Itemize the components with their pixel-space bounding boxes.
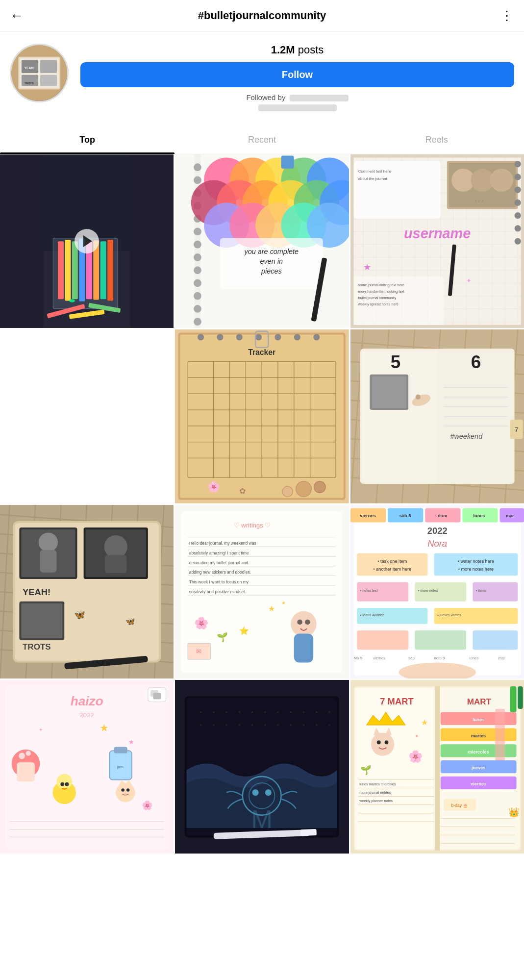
svg-text:decorating my bullet journal a: decorating my bullet journal and [189,560,249,565]
svg-text:• notes text: • notes text [360,588,377,593]
svg-text:viernes: viernes [373,656,385,660]
svg-rect-207 [21,603,62,638]
grid-item-6[interactable]: YEAH! 🦋 🦋 TROTS [0,505,174,678]
svg-point-329 [277,724,279,726]
svg-point-123 [313,334,320,341]
svg-point-319 [290,711,292,713]
svg-point-33 [194,253,201,261]
svg-text:2022: 2022 [80,711,94,719]
svg-point-122 [294,334,300,341]
svg-text:#weekend: #weekend [450,432,483,440]
svg-point-112 [514,225,521,231]
svg-text:★: ★ [421,718,428,727]
grid-item-3[interactable]: ♪ ♪ ♪ Comment text here about the journa… [350,154,524,328]
svg-point-32 [194,241,201,249]
svg-point-288 [56,774,72,789]
grid-item-1[interactable] [0,154,174,328]
svg-text:Tracker: Tracker [248,349,275,357]
svg-point-203 [104,535,127,558]
grid-item-11[interactable]: 7 MART MART 🌸 🌱 ★ ✦ [350,680,524,854]
svg-rect-377 [495,709,505,760]
svg-text:TROTS: TROTS [23,642,51,652]
svg-text:🌱: 🌱 [360,764,371,776]
svg-text:• task one item: • task one item [377,559,407,564]
svg-rect-14 [72,241,78,299]
svg-point-317 [264,711,266,713]
svg-text:lunes: lunes [473,717,484,722]
grid-item-5[interactable]: 5 6 7 #weekend [350,329,524,503]
svg-point-119 [236,334,243,341]
svg-text:haizo: haizo [71,694,103,709]
svg-point-320 [303,711,305,713]
svg-text:some journal writing text here: some journal writing text here [358,283,404,287]
svg-point-26 [194,163,201,171]
followed-by: Followed by [80,93,514,111]
svg-point-325 [225,724,227,726]
svg-point-323 [200,724,202,726]
svg-text:🌸: 🌸 [207,480,221,493]
svg-text:• more notes: • more notes [418,588,438,593]
svg-text:jam: jam [117,765,124,769]
grid-item-7[interactable]: ♡ writings ♡ Hello dear journal, my week… [175,505,349,678]
svg-point-120 [255,334,262,341]
svg-rect-308 [153,693,161,699]
svg-point-289 [60,782,64,786]
svg-point-330 [290,724,292,726]
grid-item-2[interactable]: you are complete even in pieces [175,154,349,328]
svg-point-328 [264,724,266,726]
svg-point-110 [514,200,521,206]
svg-text:★: ★ [128,738,134,746]
grid-item-9[interactable]: haizo 2022 jam ★ ★ [0,680,174,854]
svg-point-331 [303,724,305,726]
tab-recent[interactable]: Recent [175,126,349,154]
svg-text:lunes: lunes [469,656,478,660]
svg-point-322 [328,711,330,713]
svg-point-332 [316,724,318,726]
grid-item-4[interactable]: Tracker [175,329,349,503]
svg-point-172 [415,395,420,400]
svg-text:about the journal: about the journal [358,177,387,181]
more-options-button[interactable]: ⋮ [500,8,514,24]
svg-text:⭐: ⭐ [240,626,250,635]
svg-text:martes: martes [471,733,486,738]
avatar[interactable]: YEAH! TROTS [10,44,69,102]
svg-point-199 [39,532,58,552]
tab-reels[interactable]: Reels [349,126,524,154]
photo-grid: you are complete even in pieces [0,154,524,854]
svg-text:5: 5 [390,352,400,372]
grid-item-10[interactable]: M [175,680,349,854]
svg-point-34 [194,266,201,274]
svg-text:weekly planner notes: weekly planner notes [359,799,393,803]
svg-rect-265 [415,630,466,650]
svg-text:bullet journal community: bullet journal community [358,296,396,300]
svg-rect-386 [518,686,523,709]
grid-item-8[interactable]: viernes sáb 5 dom lunes mar 2022 Nora • … [350,505,524,678]
back-button[interactable]: ← [10,8,24,24]
svg-point-298 [116,783,135,802]
video-play-icon[interactable] [75,229,99,253]
svg-text:mar: mar [499,656,505,660]
svg-text:🌸: 🌸 [195,616,209,630]
svg-rect-12 [58,241,64,299]
svg-rect-204 [105,555,127,573]
svg-text:♪ ♪ ♪: ♪ ♪ ♪ [474,199,484,203]
svg-text:YEAH!: YEAH! [23,586,50,597]
svg-text:dom: dom [438,513,447,518]
svg-text:7: 7 [515,426,518,433]
svg-point-301 [121,788,125,792]
svg-text:TROTS: TROTS [25,82,34,85]
svg-rect-19 [107,240,113,301]
svg-point-144 [282,487,293,497]
svg-text:★: ★ [100,722,109,733]
svg-text:you are complete: you are complete [244,248,299,255]
svg-text:✦: ✦ [466,277,472,285]
svg-point-109 [514,187,521,193]
svg-point-231 [305,619,310,624]
tab-top[interactable]: Top [0,126,175,154]
svg-point-318 [277,711,279,713]
svg-text:sáb 5: sáb 5 [399,513,410,518]
svg-point-121 [275,334,281,341]
follow-button[interactable]: Follow [80,62,514,87]
svg-text:🦋: 🦋 [74,608,85,620]
profile-section: YEAH! TROTS 1.2M posts Follow Followed b… [0,32,524,121]
